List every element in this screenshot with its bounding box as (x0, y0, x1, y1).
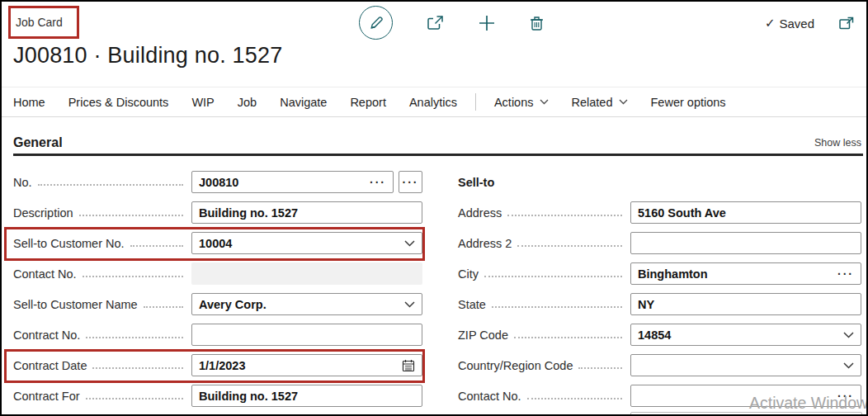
field-label-address: Address (458, 206, 502, 220)
field-input-address[interactable]: 5160 South Ave (630, 201, 861, 224)
field-label-contract-date: Contract Date (13, 359, 87, 372)
add-new-icon[interactable] (478, 14, 496, 32)
ellipsis-icon: ··· (403, 178, 419, 187)
general-fields: No.J00810······DescriptionBuilding no. 1… (13, 165, 863, 415)
open-in-new-window-icon[interactable] (839, 17, 854, 30)
field-row-contract-for: Contract ForBuilding no. 1527 (13, 385, 422, 407)
dotted-leader (484, 270, 622, 277)
field-label-no: No. (13, 176, 32, 189)
field-label-contract-for: Contract For (13, 390, 80, 403)
field-input-state[interactable]: NY (630, 293, 861, 315)
field-input-country-region-code[interactable] (630, 354, 861, 376)
field-control: Building no. 1527 (191, 385, 422, 407)
field-control: 1/1/2023 (191, 354, 422, 376)
field-row-zip-code: ZIP Code14854 (458, 324, 861, 346)
field-value: J00810 (199, 176, 370, 189)
field-input-address-2[interactable] (630, 232, 861, 254)
field-input-contract-no[interactable] (191, 324, 422, 346)
field-control: Avery Corp. (191, 293, 422, 315)
field-row-contract-no: Contract No. (13, 324, 422, 346)
field-control: 5160 South Ave (630, 201, 861, 224)
page-type-label: Job Card (16, 16, 63, 29)
field-input-zip-code[interactable]: 14854 (630, 324, 861, 346)
chevron-down-icon[interactable] (404, 240, 415, 247)
chevron-down-icon (540, 99, 549, 105)
field-value: 1/1/2023 (199, 359, 402, 372)
field-input-contract-date[interactable]: 1/1/2023 (191, 354, 422, 376)
field-value: 5160 South Ave (638, 206, 854, 220)
field-value: Binghamton (638, 267, 837, 281)
chevron-down-icon[interactable] (843, 362, 854, 369)
field-label-city: City (458, 267, 479, 281)
page-title: J00810 · Building no. 1527 (13, 43, 282, 69)
menu-item-report[interactable]: Report (350, 96, 386, 109)
field-label-state: State (458, 298, 486, 311)
dotted-leader (86, 392, 183, 399)
menu-dropdown-actions[interactable]: Actions (494, 96, 549, 109)
page-type-label-highlighted: Job Card (8, 6, 79, 39)
field-row-sell-to-customer-name: Sell-to Customer NameAvery Corp. (13, 293, 422, 315)
dotted-leader (527, 392, 622, 399)
menu-dropdown-related[interactable]: Related (572, 96, 628, 109)
saved-check-icon: ✓ (765, 16, 776, 31)
calendar-icon[interactable] (402, 359, 415, 372)
dotted-leader (86, 331, 183, 338)
field-label-sell-to-customer-name: Sell-to Customer Name (13, 298, 138, 311)
chevron-down-icon[interactable] (404, 301, 415, 308)
assist-edit-icon[interactable]: ··· (837, 270, 854, 278)
field-label-contact-no: Contact No. (13, 267, 77, 281)
field-row-country-region-code: Country/Region Code (458, 354, 861, 376)
menu-item-fewer-options[interactable]: Fewer options (651, 96, 726, 109)
section-divider (13, 154, 863, 156)
field-row-state: StateNY (458, 293, 861, 315)
more-options-button[interactable]: ··· (399, 171, 422, 193)
menu-item-home[interactable]: Home (13, 96, 45, 109)
left-field-column: No.J00810······DescriptionBuilding no. 1… (13, 165, 422, 415)
field-control: Binghamton··· (630, 262, 861, 285)
field-input-city[interactable]: Binghamton··· (630, 262, 861, 285)
field-label-country-region-code: Country/Region Code (458, 359, 573, 372)
field-input-contract-for[interactable]: Building no. 1527 (191, 385, 422, 407)
field-input-no[interactable]: J00810··· (191, 171, 394, 193)
field-control (191, 262, 422, 285)
dotted-leader (578, 362, 622, 369)
dotted-leader (514, 331, 622, 338)
menu-item-analytics[interactable]: Analytics (409, 96, 457, 109)
dotted-leader (83, 270, 183, 277)
field-label-zip-code: ZIP Code (458, 329, 508, 342)
general-section-header: General Show less (13, 132, 861, 154)
menu-item-job[interactable]: Job (238, 96, 257, 109)
field-row-description: DescriptionBuilding no. 1527 (13, 201, 422, 224)
field-value: Building no. 1527 (199, 390, 415, 403)
chevron-down-icon[interactable] (843, 332, 854, 338)
dotted-leader (517, 239, 622, 247)
field-label-sell-to-customer-no: Sell-to Customer No. (13, 237, 125, 250)
field-row-city: CityBinghamton··· (458, 262, 861, 285)
dotted-leader (144, 300, 183, 308)
sell-to-field-column: Sell-to Address5160 South AveAddress 2Ci… (458, 165, 861, 415)
show-less-link[interactable]: Show less (814, 137, 861, 149)
edit-pencil-icon[interactable] (359, 6, 393, 40)
menu-item-navigate[interactable]: Navigate (280, 96, 327, 109)
field-value: 10004 (199, 237, 404, 250)
field-input-sell-to-customer-no[interactable]: 10004 (191, 232, 422, 254)
field-row-contact-no: Contact No. (13, 262, 422, 285)
field-control (630, 354, 861, 376)
field-input-sell-to-customer-name[interactable]: Avery Corp. (191, 293, 422, 315)
field-control: J00810······ (191, 171, 422, 193)
menu-item-prices-discounts[interactable]: Prices & Discounts (68, 96, 169, 109)
menu-item-wip[interactable]: WIP (191, 96, 214, 109)
general-heading: General (13, 135, 63, 150)
share-icon[interactable] (427, 15, 444, 31)
field-control (630, 232, 861, 254)
field-control (191, 324, 422, 346)
assist-edit-icon[interactable]: ··· (370, 178, 386, 187)
field-label-contact-no: Contact No. (458, 390, 521, 403)
activate-window-watermark: Activate Window (749, 394, 868, 413)
field-row-address: Address5160 South Ave (458, 201, 861, 224)
field-input-description[interactable]: Building no. 1527 (191, 201, 422, 224)
chevron-down-icon (619, 99, 628, 105)
field-control: NY (630, 293, 861, 315)
field-row-address-2: Address 2 (458, 232, 861, 254)
delete-trash-icon[interactable] (530, 15, 544, 31)
